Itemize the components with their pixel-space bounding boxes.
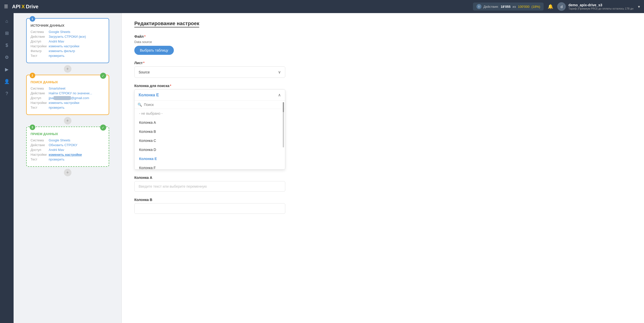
stats-bar: i Действия: 18'055 из 100'000 (18%) bbox=[473, 3, 544, 11]
info-icon: i bbox=[476, 4, 481, 9]
row-label: Система bbox=[31, 30, 47, 34]
row-label: Настройки bbox=[31, 153, 47, 156]
row-value-action2[interactable]: Найти СТРОКУ по значени... bbox=[49, 91, 92, 95]
card1-title: ИСТОЧНИК ДАННЫХ bbox=[31, 23, 105, 27]
table-row: Действие Загрузить СТРОКИ (все) bbox=[31, 35, 105, 38]
connector-plus-2[interactable]: + bbox=[64, 117, 71, 125]
scrollbar-thumb[interactable] bbox=[283, 102, 284, 112]
dropdown-list: - не выбрано - Колонка A Колонка B Колон… bbox=[135, 109, 285, 169]
row-value-settings3[interactable]: изменить настройки bbox=[49, 153, 82, 156]
hamburger-icon[interactable]: ☰ bbox=[4, 4, 8, 9]
table-row: Доступ Andrii Mav bbox=[31, 39, 105, 43]
row-value-access2[interactable]: jjsa▓▓▓▓▓▓@gmail.com bbox=[49, 96, 89, 100]
row-label: Действие bbox=[31, 143, 47, 147]
list-item[interactable]: Колонка F bbox=[135, 163, 285, 169]
column-b-input[interactable] bbox=[134, 203, 285, 214]
sidebar-item-billing[interactable]: $ bbox=[2, 40, 12, 50]
chevron-down-icon: ∨ bbox=[278, 70, 281, 74]
row-value-sistema2[interactable]: Smartsheet bbox=[49, 87, 65, 90]
chevron-down-icon: ▾ bbox=[638, 4, 640, 9]
search-icon: 🔍 bbox=[138, 103, 142, 107]
dropdown-trigger[interactable]: Колонка E ∧ bbox=[135, 90, 285, 101]
row-value-filter[interactable]: изменить фильтр bbox=[49, 49, 75, 53]
row-value-access[interactable]: Andrii Mav bbox=[49, 39, 64, 43]
stats-label: Действия: bbox=[484, 5, 499, 9]
sheet-label: Лист* bbox=[134, 61, 631, 65]
sheet-section: Лист* Source ∨ bbox=[134, 61, 631, 78]
card-badge-3: 3 bbox=[30, 125, 35, 130]
user-plan: Тариф |Премиум PRO| до оплаты осталось 1… bbox=[568, 7, 633, 10]
row-label: Доступ bbox=[31, 148, 47, 152]
row-value-settings2[interactable]: изменить настройки bbox=[49, 101, 79, 105]
search-input[interactable] bbox=[144, 103, 282, 107]
column-search-dropdown[interactable]: Колонка E ∧ 🔍 - не выбрано - Колонка A К… bbox=[134, 89, 285, 170]
chevron-up-icon: ∧ bbox=[278, 93, 281, 97]
row-value-action3[interactable]: Обновить СТРОКУ bbox=[49, 143, 77, 147]
sidebar-item-home[interactable]: ⌂ bbox=[2, 16, 12, 26]
row-label: Тест bbox=[31, 157, 47, 161]
column-search-label: Колонка для поиска* bbox=[134, 84, 631, 88]
card-badge-2: 2 bbox=[30, 73, 35, 78]
row-value-test[interactable]: проверить bbox=[49, 54, 65, 58]
table-row: Доступ Andrii Mav bbox=[31, 148, 105, 152]
row-label: Действие bbox=[31, 35, 47, 38]
row-label: Доступ bbox=[31, 96, 47, 100]
column-b-section: Колонка В bbox=[134, 198, 631, 214]
list-item[interactable]: Колонка B bbox=[135, 127, 285, 136]
table-row: Система Google Sheets bbox=[31, 138, 105, 142]
connector-plus-3[interactable]: + bbox=[64, 169, 71, 176]
bell-icon[interactable]: 🔔 bbox=[548, 4, 553, 9]
pipeline-panel: 1 ИСТОЧНИК ДАННЫХ Система Google Sheets … bbox=[14, 13, 122, 323]
card2-title: ПОИСК ДАННЫХ bbox=[31, 79, 105, 84]
table-row: Действие Обновить СТРОКУ bbox=[31, 143, 105, 147]
row-value-action[interactable]: Загрузить СТРОКИ (все) bbox=[49, 35, 86, 38]
row-label: Тест bbox=[31, 54, 47, 58]
row-value-access3[interactable]: Andrii Mav bbox=[49, 148, 64, 152]
row-label: Настройки bbox=[31, 44, 47, 48]
sidebar-item-help[interactable]: ? bbox=[2, 89, 12, 99]
row-value-test2[interactable]: проверить bbox=[49, 106, 65, 109]
main-layout: ⌂ ⊞ $ ⚙ ▶ 👤 ? 1 ИСТОЧНИК ДАННЫХ Система … bbox=[0, 13, 644, 323]
sheet-value: Source bbox=[139, 70, 150, 74]
row-value-settings[interactable]: изменить настройки bbox=[49, 44, 79, 48]
logo: APIXDrive bbox=[12, 4, 38, 10]
file-label: Файл* bbox=[134, 34, 631, 38]
sidebar-item-settings[interactable]: ⚙ bbox=[2, 52, 12, 62]
stats-total: 100'000 bbox=[518, 5, 530, 9]
stats-separator: из bbox=[513, 5, 516, 9]
choose-table-button[interactable]: Выбрать таблицу bbox=[134, 46, 174, 55]
column-a-input[interactable] bbox=[134, 181, 285, 192]
row-value-sistema[interactable]: Google Sheets bbox=[49, 30, 70, 34]
file-section: Файл* Data source Выбрать таблицу bbox=[134, 34, 631, 55]
list-item-selected[interactable]: Колонка E bbox=[135, 154, 285, 163]
row-value-test3[interactable]: проверить bbox=[49, 157, 65, 161]
sidebar-item-grid[interactable]: ⊞ bbox=[2, 28, 12, 38]
list-item[interactable]: Колонка C bbox=[135, 136, 285, 145]
row-label: Система bbox=[31, 87, 47, 90]
card3-title: ПРИЕМ ДАННЫХ bbox=[31, 131, 105, 136]
user-menu[interactable]: d demo_apix-drive_s3 Тариф |Премиум PRO|… bbox=[557, 2, 640, 11]
list-item[interactable]: - не выбрано - bbox=[135, 109, 285, 118]
logo-x: X bbox=[21, 4, 25, 10]
row-label: Настройки bbox=[31, 101, 47, 105]
row-label: Тест bbox=[31, 106, 47, 109]
list-item[interactable]: Колонка A bbox=[135, 118, 285, 127]
avatar: d bbox=[557, 2, 566, 11]
connector-plus-1[interactable]: + bbox=[64, 65, 71, 73]
sidebar-item-play[interactable]: ▶ bbox=[2, 64, 12, 74]
data-source-sublabel: Data source bbox=[134, 40, 631, 44]
list-item[interactable]: Колонка D bbox=[135, 145, 285, 154]
navbar: ☰ APIXDrive i Действия: 18'055 из 100'00… bbox=[0, 0, 644, 13]
column-a-label: Колонка А bbox=[134, 176, 631, 180]
sheet-dropdown[interactable]: Source ∨ bbox=[134, 66, 285, 78]
settings-panel: Редактирование настроек Файл* Data sourc… bbox=[122, 13, 644, 323]
row-value-sistema3[interactable]: Google Sheets bbox=[49, 138, 70, 142]
column-search-section: Колонка для поиска* Колонка E ∧ 🔍 - не в… bbox=[134, 84, 631, 170]
column-a-section: Колонка А bbox=[134, 176, 631, 192]
sidebar-item-user[interactable]: 👤 bbox=[2, 76, 12, 87]
table-row: Тест проверить bbox=[31, 54, 105, 58]
card-success-icon: ✓ bbox=[100, 73, 106, 79]
table-row: Доступ jjsa▓▓▓▓▓▓@gmail.com bbox=[31, 96, 105, 100]
table-row: Тест проверить bbox=[31, 106, 105, 109]
table-row: Фильтр изменить фильтр bbox=[31, 49, 105, 53]
